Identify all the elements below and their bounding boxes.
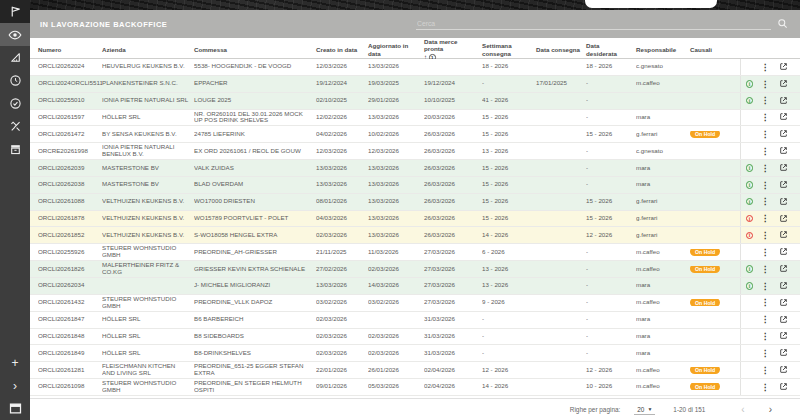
rows-per-page-select[interactable]: 20 ▼	[634, 405, 655, 415]
cell-data-merce-pronta: 27/03/2026	[424, 266, 482, 273]
column-header-data-consegna[interactable]: Data consegna	[536, 46, 586, 53]
sidebar-add-button[interactable]: +	[0, 351, 30, 374]
open-in-new-icon[interactable]	[779, 230, 788, 240]
open-in-new-icon[interactable]	[779, 79, 788, 89]
previous-page-button[interactable]: ‹	[729, 405, 756, 415]
open-in-new-icon[interactable]	[779, 365, 788, 375]
info-icon[interactable]: i	[746, 265, 754, 273]
search-input[interactable]	[416, 18, 771, 30]
cell-numero: ORCLI20261597	[38, 114, 102, 121]
search-icon[interactable]	[777, 15, 788, 33]
sidebar-item-archive[interactable]	[0, 138, 30, 161]
cell-azienda: MASTERSTONE BV	[102, 181, 194, 188]
column-header-settimana-consegna[interactable]: Settimana consegna	[482, 42, 536, 57]
kebab-menu-icon[interactable]: ⋮	[761, 265, 770, 274]
info-icon[interactable]: i	[746, 198, 754, 206]
kebab-menu-icon[interactable]: ⋮	[761, 298, 770, 307]
kebab-menu-icon[interactable]: ⋮	[761, 96, 770, 105]
cell-azienda: HÖLLER SRL	[102, 114, 194, 121]
open-in-new-icon[interactable]	[779, 247, 788, 257]
cell-aggiornato: 05/03/2026	[368, 383, 424, 390]
cell-azienda: HÖLLER SRL	[102, 350, 194, 357]
info-icon[interactable]: i	[746, 282, 754, 290]
info-icon[interactable]: i	[746, 181, 754, 189]
cell-responsabile: g.ferrari	[636, 131, 690, 138]
info-icon[interactable]: i	[746, 164, 754, 172]
table-row: ORCLI20261281 FLEISCHMANN KITCHEN AND LI…	[30, 362, 800, 379]
cell-data-desiderata: -	[586, 299, 636, 306]
open-in-new-icon[interactable]	[779, 197, 788, 207]
cell-responsabile: mara	[636, 114, 690, 121]
sidebar-item-production[interactable]	[0, 115, 30, 138]
open-in-new-icon[interactable]	[779, 163, 788, 173]
sidebar-item-history[interactable]	[0, 69, 30, 92]
sidebar-item-window[interactable]	[0, 397, 30, 420]
info-icon[interactable]: i	[746, 215, 754, 223]
column-header-numero[interactable]: Numero	[38, 46, 102, 53]
kebab-menu-icon[interactable]: ⋮	[761, 332, 770, 341]
kebab-menu-icon[interactable]: ⋮	[761, 181, 770, 190]
cell-aggiornato: 12/03/2026	[368, 148, 424, 155]
open-in-new-icon[interactable]	[779, 331, 788, 341]
kebab-menu-icon[interactable]: ⋮	[761, 147, 770, 156]
kebab-menu-icon[interactable]: ⋮	[761, 366, 770, 375]
sidebar-item-approved[interactable]	[0, 92, 30, 115]
table-row: ORCLI20262038 MASTERSTONE BV BLAD OVERDA…	[30, 177, 800, 194]
column-header-data-merce-pronta[interactable]: Data merce pronta ↑ 1	[424, 38, 482, 61]
open-in-new-icon[interactable]	[779, 281, 788, 291]
cell-creato: 02/03/2026	[316, 350, 368, 357]
open-in-new-icon[interactable]	[779, 214, 788, 224]
open-in-new-icon[interactable]	[779, 348, 788, 358]
cell-numero: ORCRE20261998	[38, 148, 102, 155]
info-icon[interactable]: i	[746, 232, 754, 240]
kebab-menu-icon[interactable]: ⋮	[761, 197, 770, 206]
kebab-menu-icon[interactable]: ⋮	[761, 80, 770, 89]
kebab-menu-icon[interactable]: ⋮	[761, 130, 770, 139]
cell-data-desiderata: -	[586, 350, 636, 357]
kebab-menu-icon[interactable]: ⋮	[761, 282, 770, 291]
sidebar-expand-button[interactable]: ›	[0, 374, 30, 397]
column-header-causali[interactable]: Causali	[690, 46, 740, 53]
column-header-responsabile[interactable]: Responsabile	[636, 46, 690, 53]
open-in-new-icon[interactable]	[779, 62, 788, 72]
cell-creato: 19/12/2024	[316, 80, 368, 87]
info-icon[interactable]: i	[746, 97, 754, 105]
column-header-aggiornato-in-data[interactable]: Aggiornato in data	[368, 42, 424, 57]
kebab-menu-icon[interactable]: ⋮	[761, 214, 770, 223]
column-header-data-desiderata[interactable]: Data desiderata	[586, 42, 636, 57]
kebab-menu-icon[interactable]: ⋮	[761, 164, 770, 173]
open-in-new-icon[interactable]	[779, 315, 788, 325]
open-in-new-icon[interactable]	[779, 146, 788, 156]
kebab-menu-icon[interactable]: ⋮	[761, 383, 770, 392]
open-in-new-icon[interactable]	[779, 129, 788, 139]
sidebar-item-view[interactable]	[0, 23, 30, 46]
kebab-menu-icon[interactable]: ⋮	[761, 349, 770, 358]
kebab-menu-icon[interactable]: ⋮	[761, 231, 770, 240]
kebab-menu-icon[interactable]: ⋮	[761, 63, 770, 72]
kebab-menu-icon[interactable]: ⋮	[761, 315, 770, 324]
open-in-new-icon[interactable]	[779, 264, 788, 274]
column-header-commessa[interactable]: Commessa	[194, 46, 316, 53]
cell-data-consegna: 17/01/2025	[536, 80, 586, 87]
cell-settimana-consegna: 15 - 2026	[482, 198, 536, 205]
cell-data-merce-pronta: 26/03/2026	[424, 148, 482, 155]
column-header-creato-in-data[interactable]: Creato in data	[316, 46, 368, 53]
open-in-new-icon[interactable]	[779, 96, 788, 106]
cell-creato: 21/11/2025	[316, 249, 368, 256]
info-icon[interactable]: i	[746, 80, 754, 88]
next-page-button[interactable]: ›	[757, 405, 784, 415]
open-in-new-icon[interactable]	[779, 180, 788, 190]
open-in-new-icon[interactable]	[779, 298, 788, 308]
sidebar-item-flag[interactable]	[0, 0, 30, 23]
table-row: ORCLI20261878 VELTHUIZEN KEUKENS B.V. WO…	[30, 211, 800, 228]
cell-responsabile: m.caffeo	[636, 383, 690, 390]
open-in-new-icon[interactable]	[779, 112, 788, 122]
kebab-menu-icon[interactable]: ⋮	[761, 113, 770, 122]
column-header-azienda[interactable]: Azienda	[102, 46, 194, 53]
cell-creato: 12/02/2026	[316, 114, 368, 121]
sidebar-item-measure[interactable]	[0, 46, 30, 69]
kebab-menu-icon[interactable]: ⋮	[761, 248, 770, 257]
cell-responsabile: g.ferrari	[636, 198, 690, 205]
open-in-new-icon[interactable]	[779, 382, 788, 392]
cell-data-desiderata: 12 - 2026	[586, 232, 636, 239]
